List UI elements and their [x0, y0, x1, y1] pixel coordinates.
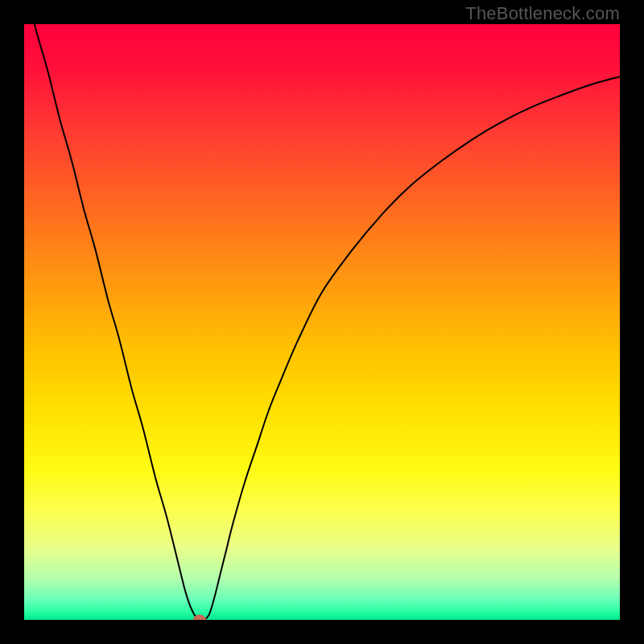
- chart-frame: TheBottleneck.com: [0, 0, 644, 644]
- curve-line: [24, 24, 620, 620]
- plot-area: [24, 24, 620, 620]
- minimum-marker-dot: [193, 615, 206, 621]
- watermark-text: TheBottleneck.com: [465, 3, 620, 24]
